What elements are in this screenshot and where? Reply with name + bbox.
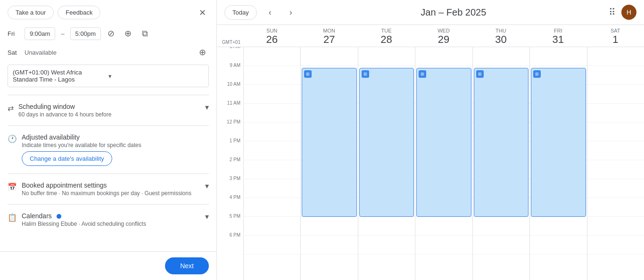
hour-block (587, 85, 644, 104)
day-name-label: FRI (554, 28, 562, 33)
day-name-label: TUE (381, 28, 392, 33)
calendar-grid-icon: ⊞ (304, 70, 312, 78)
top-buttons-bar: Take a tour Feedback ✕ (0, 0, 216, 24)
hour-block (415, 217, 472, 236)
day-header-mon: MON 27 (300, 25, 357, 47)
hour-block (244, 217, 300, 236)
time-label: 11 AM (217, 100, 243, 119)
hour-block (244, 66, 300, 85)
hour-block (244, 47, 300, 66)
scheduling-window-content: Scheduling window 60 days in advance to … (18, 103, 200, 118)
calendars-icon: 📋 (8, 213, 17, 222)
change-date-availability-button[interactable]: Change a date's availability (22, 151, 112, 166)
take-tour-button[interactable]: Take a tour (8, 6, 54, 19)
timezone-chevron-icon: ▾ (108, 73, 204, 80)
prev-arrow-button[interactable]: ‹ (263, 5, 278, 20)
day-name-label: SAT (611, 28, 620, 33)
scheduling-window-icon: ⇄ (8, 104, 14, 113)
timezone-label: (GMT+01:00) West Africa Standard Time - … (13, 69, 108, 83)
availability-block[interactable]: ⊞ (416, 68, 471, 217)
day-column-wed[interactable]: ⊞ (415, 47, 472, 280)
hour-block (244, 160, 300, 179)
calendar-grid-icon: ⊞ (362, 70, 369, 78)
gmt-label: GMT+01 (217, 25, 243, 47)
day-column-sun[interactable] (243, 47, 300, 280)
saturday-unavailable: Unavailable (25, 49, 57, 56)
adjusted-availability-icon: 🕐 (8, 134, 17, 143)
hour-block (587, 123, 644, 141)
time-separator: – (59, 30, 66, 37)
availability-block[interactable]: ⊞ (359, 68, 414, 217)
hour-block (244, 179, 300, 198)
close-button[interactable]: ✕ (196, 6, 209, 19)
next-arrow-button[interactable]: › (283, 5, 298, 20)
hour-block (587, 160, 644, 179)
availability-block[interactable]: ⊞ (302, 68, 356, 217)
today-button[interactable]: Today (224, 5, 257, 20)
hour-block (473, 47, 529, 66)
booked-settings-content: Booked appointment settings No buffer ti… (22, 181, 200, 197)
booked-settings-chevron-icon[interactable]: ▾ (205, 181, 209, 190)
availability-block[interactable]: ⊞ (531, 68, 586, 217)
availability-block[interactable]: ⊞ (474, 68, 528, 217)
adjusted-availability-header: 🕐 Adjusted availability Indicate times y… (8, 133, 209, 166)
day-header-wed: WED 29 (415, 25, 472, 47)
day-number-label: 1 (612, 34, 618, 45)
booked-settings-title: Booked appointment settings (22, 181, 200, 189)
friday-start-time[interactable]: 9:00am (25, 27, 55, 40)
day-column-thu[interactable]: ⊞ (472, 47, 529, 280)
apps-grid-icon[interactable]: ⠿ (609, 7, 616, 18)
add-saturday-slot-button[interactable]: ⊕ (196, 46, 209, 59)
day-header-thu: THU 30 (472, 25, 529, 47)
time-label: 4 PM (217, 195, 243, 214)
adjusted-availability-section: 🕐 Adjusted availability Indicate times y… (0, 128, 216, 172)
day-number-label: 29 (438, 34, 449, 45)
calendars-dot-indicator (57, 214, 61, 219)
next-button[interactable]: Next (165, 257, 209, 274)
friday-end-time[interactable]: 5:00pm (70, 27, 101, 40)
scheduling-window-chevron-icon[interactable]: ▾ (205, 103, 209, 112)
delete-friday-button[interactable]: ⊘ (105, 27, 118, 40)
day-column-mon[interactable]: ⊞ (300, 47, 357, 280)
time-grid: 8 AM9 AM10 AM11 AM12 PM1 PM2 PM3 PM4 PM5… (217, 47, 644, 280)
adjusted-availability-content: Adjusted availability Indicate times you… (22, 133, 209, 166)
hour-block (301, 236, 357, 255)
day-header-sat: SAT 1 (587, 25, 644, 47)
add-friday-slot-button[interactable]: ⊕ (122, 27, 135, 40)
time-label: 10 AM (217, 82, 243, 100)
copy-friday-button[interactable]: ⧉ (139, 27, 152, 40)
time-label: 9 AM (217, 63, 243, 82)
day-header-tue: TUE 28 (358, 25, 415, 47)
friday-schedule-row: Fri 9:00am – 5:00pm ⊘ ⊕ ⧉ (0, 24, 216, 43)
divider-3 (8, 173, 209, 174)
feedback-button[interactable]: Feedback (58, 6, 100, 19)
calendar-title: Jan – Feb 2025 (304, 7, 603, 18)
avatar[interactable]: H (621, 5, 636, 20)
scheduling-window-section: ⇄ Scheduling window 60 days in advance t… (0, 97, 216, 124)
day-column-tue[interactable]: ⊞ (358, 47, 415, 280)
day-number-label: 31 (553, 34, 564, 45)
time-label: 2 PM (217, 157, 243, 176)
hour-block (587, 141, 644, 160)
hour-block (587, 217, 644, 236)
hour-block (473, 236, 529, 255)
calendar-header: Today ‹ › Jan – Feb 2025 ⠿ H (217, 0, 644, 25)
day-header-fri: FRI 31 (529, 25, 586, 47)
hour-block (244, 141, 300, 160)
timezone-selector[interactable]: (GMT+01:00) West Africa Standard Time - … (8, 65, 209, 87)
time-labels-column: 8 AM9 AM10 AM11 AM12 PM1 PM2 PM3 PM4 PM5… (217, 47, 243, 280)
hour-block (473, 217, 529, 236)
scheduling-window-header: ⇄ Scheduling window 60 days in advance t… (8, 103, 209, 118)
hour-block (244, 198, 300, 217)
time-label: 12 PM (217, 119, 243, 138)
day-name-label: WED (438, 28, 450, 33)
day-column-sat[interactable] (587, 47, 644, 280)
hour-block (530, 217, 586, 236)
hour-block (415, 47, 472, 66)
day-column-fri[interactable]: ⊞ (529, 47, 586, 280)
booked-settings-icon: 📅 (8, 182, 17, 191)
time-label: 6 PM (217, 232, 243, 251)
hour-block (244, 85, 300, 104)
hour-block (358, 236, 415, 255)
calendars-chevron-icon[interactable]: ▾ (205, 212, 209, 221)
